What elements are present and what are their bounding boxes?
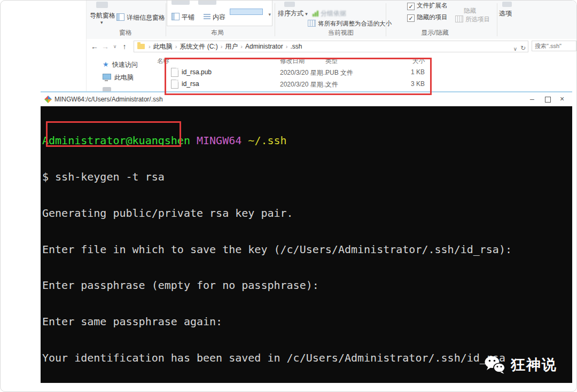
- hide-selected-button-line2: 所选项目: [455, 15, 490, 23]
- recent-dropdown-icon[interactable]: ∨: [110, 39, 120, 54]
- hidden-items-checkbox[interactable]: ✓隐藏的项目: [407, 13, 448, 22]
- chevron-right-icon: ›: [283, 43, 291, 50]
- annotation-box-command: [46, 121, 181, 147]
- file-extensions-checkbox[interactable]: ✓文件扩展名: [407, 2, 448, 10]
- group-label-pane: 窗格: [118, 28, 134, 37]
- group-label-layout: 布局: [209, 28, 225, 37]
- hide-selected-icon: [455, 15, 463, 22]
- up-icon[interactable]: ↑: [120, 39, 129, 54]
- forward-icon[interactable]: →: [100, 39, 110, 54]
- breadcrumb-c-drive[interactable]: 系统文件 (C:): [180, 43, 217, 50]
- explorer-address-bar: ← → ∨ ↑ ›此电脑›系统文件 (C:)›用户›Administrator›…: [87, 39, 577, 54]
- watermark: 狂神说: [484, 355, 557, 374]
- ribbon-divider: [497, 3, 497, 36]
- breadcrumb[interactable]: ›此电脑›系统文件 (C:)›用户›Administrator›.ssh ∨ ↻: [134, 41, 528, 52]
- content-icon: [204, 14, 210, 20]
- wechat-icon: [484, 356, 505, 374]
- chevron-right-icon: ›: [218, 43, 225, 50]
- options-button[interactable]: 选项: [499, 9, 512, 18]
- group-by-button[interactable]: 分组依据: [312, 9, 346, 18]
- terminal-body[interactable]: Administrator@kuangshen MINGW64 ~/.ssh $…: [41, 106, 572, 383]
- output-line: Enter passphrase (empty for no passphras…: [42, 279, 518, 292]
- chevron-down-icon: ▾: [305, 11, 308, 17]
- ribbon-divider: [386, 3, 386, 36]
- maximize-button[interactable]: [545, 97, 551, 103]
- output-line: Your identification has been saved in /c…: [42, 352, 518, 364]
- view-tiles-button[interactable]: 平铺: [171, 13, 194, 22]
- folder-icon: [137, 44, 145, 49]
- cutoff-icon: [171, 0, 190, 5]
- minimize-button[interactable]: –: [524, 92, 540, 106]
- tiles-icon: [171, 13, 180, 20]
- gallery-more-icon[interactable]: ▾: [268, 12, 271, 17]
- layout-gallery: 平铺 内容 ▾: [167, 0, 272, 26]
- output-line: Generating public/private rsa key pair.: [42, 207, 518, 219]
- cutoff-icon: [284, 2, 295, 7]
- group-by-icon: [312, 10, 319, 17]
- back-icon[interactable]: ←: [90, 39, 99, 54]
- sidebar-item-this-pc[interactable]: 此电脑: [103, 73, 134, 82]
- mingw-app-icon: [44, 96, 52, 103]
- size-all-columns-button[interactable]: 将所有列调整为合适的大小: [308, 20, 392, 28]
- prompt-env: MINGW64: [197, 134, 241, 147]
- output-line: Enter same passphrase again:: [42, 316, 518, 328]
- command-line: $ ssh-keygen -t rsa: [42, 171, 518, 183]
- sidebar-item-quick-access[interactable]: ★快速访问: [103, 60, 138, 69]
- ribbon-divider: [275, 3, 275, 36]
- breadcrumb-this-pc[interactable]: 此电脑: [153, 43, 173, 50]
- sort-by-button[interactable]: 排序方式 ▾: [278, 9, 308, 18]
- address-dropdown-icon[interactable]: ∨: [513, 44, 517, 54]
- refresh-icon[interactable]: ↻: [520, 43, 526, 53]
- nav-pane-button[interactable]: 导航窗格: [90, 11, 115, 20]
- annotation-box-files: [165, 58, 432, 95]
- screenshot-frame: 导航窗格 ▾ 详细信息窗格 窗格 平铺 内容 ▾ 布局: [0, 0, 577, 392]
- chevron-right-icon: ›: [146, 43, 153, 50]
- checkbox-checked-icon[interactable]: ✓: [407, 3, 415, 10]
- group-label-current-view: 当前视图: [327, 28, 355, 37]
- group-label-show-hide: 显示/隐藏: [419, 28, 451, 37]
- explorer-ribbon: 导航窗格 ▾ 详细信息窗格 窗格 平铺 内容 ▾ 布局: [87, 1, 577, 40]
- hide-selected-button: 隐藏: [464, 7, 476, 15]
- terminal-title: MINGW64:/c/Users/Administrator/.ssh: [54, 96, 163, 103]
- cutoff-icon: [502, 2, 512, 7]
- breadcrumb-ssh[interactable]: .ssh: [290, 43, 302, 50]
- nav-pane-label: 导航窗格: [90, 12, 115, 19]
- chevron-right-icon: ›: [173, 43, 180, 50]
- output-line: Enter file in which to save the key (/c/…: [42, 244, 518, 256]
- cutoff-icon: [198, 0, 216, 5]
- cutoff-icon: [96, 2, 108, 8]
- view-content-button[interactable]: 内容: [204, 13, 225, 22]
- ribbon-divider: [166, 3, 166, 36]
- chevron-right-icon: ›: [238, 43, 245, 50]
- details-pane-icon: [116, 13, 124, 21]
- columns-grid-icon: [308, 20, 316, 27]
- star-icon: ★: [103, 60, 109, 68]
- search-input[interactable]: [532, 41, 576, 51]
- prompt-path: ~/.ssh: [248, 134, 286, 147]
- computer-icon: [103, 74, 111, 80]
- gallery-scroll-thumb[interactable]: [230, 9, 263, 15]
- details-pane-button[interactable]: 详细信息窗格: [116, 13, 165, 22]
- chevron-down-icon[interactable]: ▾: [100, 20, 103, 25]
- breadcrumb-administrator[interactable]: Administrator: [245, 43, 283, 50]
- breadcrumb-users[interactable]: 用户: [225, 43, 238, 50]
- checkbox-checked-icon[interactable]: ✓: [407, 14, 415, 22]
- terminal-output: Administrator@kuangshen MINGW64 ~/.ssh $…: [42, 111, 518, 383]
- close-button[interactable]: ×: [554, 92, 570, 106]
- watermark-brand: 狂神说: [511, 355, 557, 374]
